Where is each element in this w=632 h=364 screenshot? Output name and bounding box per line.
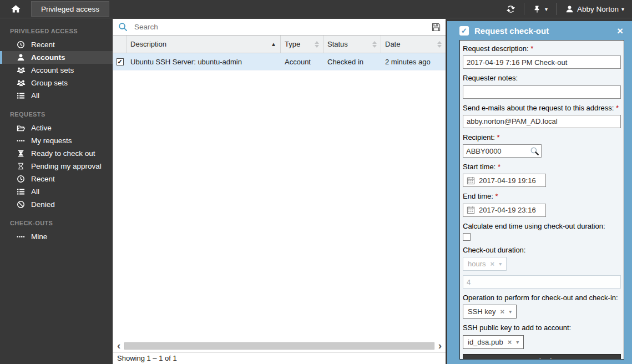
sidebar-item-my-requests[interactable]: My requests (0, 134, 113, 147)
table-header: Description ▲ Type Status Date (113, 36, 446, 53)
topbar-separator (556, 3, 557, 15)
tab-label: Privileged access (41, 5, 99, 13)
sort-ascending-icon: ▲ (271, 41, 276, 47)
end-time-value: 2017-04-19 23:16 (479, 206, 536, 214)
sidebar-item-denied[interactable]: Denied (0, 198, 113, 211)
dots-icon (16, 136, 26, 145)
user-icon (16, 53, 26, 62)
users-icon (16, 79, 26, 87)
field-start-time: Start time: * 2017-04-19 19:16 (463, 163, 621, 187)
sidebar-item-account-sets[interactable]: Account sets (0, 64, 113, 77)
field-email: Send e-mails about the request to this a… (463, 104, 621, 128)
row-count-text: Showing 1 – 1 of 1 (117, 354, 177, 362)
sidebar-item-group-sets[interactable]: Group sets (0, 77, 113, 89)
duration-unit-value: hours (468, 260, 486, 268)
column-header-status[interactable]: Status (323, 36, 381, 53)
field-label: Check-out duration: (463, 246, 525, 254)
home-button[interactable] (0, 4, 31, 14)
sidebar-item-label: Active (31, 124, 52, 132)
sidebar-item-recent-requests[interactable]: Recent (0, 173, 113, 185)
pin-menu-button[interactable]: ▾ (529, 5, 551, 13)
duration-amount-input (463, 275, 621, 289)
sort-icon (315, 41, 319, 48)
column-header-select[interactable] (113, 36, 127, 53)
calendar-icon (466, 176, 476, 185)
sidebar-item-active[interactable]: Active (0, 122, 113, 134)
cell-description: Ubuntu SSH Server: ubuntu-admin (127, 58, 281, 66)
dots-icon (16, 232, 26, 241)
sidebar-item-accounts[interactable]: Accounts (0, 51, 113, 64)
table-empty-area (113, 70, 446, 340)
request-description-input[interactable] (463, 55, 621, 69)
cell-date: 2 minutes ago (381, 58, 446, 66)
required-mark: * (530, 44, 533, 53)
save-icon[interactable] (431, 23, 441, 32)
column-label: Date (385, 40, 400, 48)
lookup-magnifier-icon[interactable] (530, 146, 539, 156)
column-label: Status (327, 40, 348, 48)
column-header-date[interactable]: Date (381, 36, 446, 53)
sidebar-item-label: My requests (31, 136, 72, 145)
field-label: Operation to perform for check-out and c… (463, 294, 618, 302)
ssh-key-value: id_dsa.pub (468, 338, 503, 346)
section-title-check-outs: CHECK-OUTS (0, 211, 113, 230)
search-bar (113, 19, 446, 36)
ssh-key-select[interactable]: id_dsa.pub × ▾ (463, 335, 524, 349)
sidebar-item-label: Mine (31, 232, 47, 241)
list-icon (16, 188, 26, 196)
sidebar-item-label: Recent (31, 175, 55, 183)
field-ssh-public-key: SSH public key to add to account: id_dsa… (463, 323, 621, 348)
field-label: SSH public key to add to account: (463, 323, 571, 332)
sidebar-item-label: All (31, 188, 39, 196)
sidebar-item-all-requests[interactable]: All (0, 185, 113, 198)
sidebar-item-label: Accounts (31, 53, 65, 62)
accounts-list-pane: Description ▲ Type Status Date ✓ Ubuntu … (113, 19, 446, 364)
email-input[interactable] (463, 115, 621, 128)
clear-icon[interactable]: × (508, 338, 512, 346)
field-calc-end-time: Calculate end time using check-out durat… (463, 222, 621, 241)
sidebar-item-pending-my-approval[interactable]: Pending my approval (0, 160, 113, 173)
scroll-right-arrow-icon[interactable]: › (438, 341, 442, 350)
operation-select[interactable]: SSH key × ▾ (463, 305, 517, 318)
hourglass-filled-icon (16, 149, 26, 158)
caret-down-icon: ▾ (509, 309, 512, 315)
sidebar-item-recent[interactable]: Recent (0, 38, 113, 51)
field-label: Calculate end time using check-out durat… (463, 222, 605, 230)
sidebar-item-ready-to-check-out[interactable]: Ready to check out (0, 147, 113, 160)
search-input[interactable] (133, 22, 426, 32)
check-icon: ✓ (117, 58, 122, 65)
requester-notes-input[interactable] (463, 85, 621, 99)
cell-status: Checked in (323, 58, 381, 66)
user-menu-button[interactable]: Abby Norton ▾ (562, 5, 628, 13)
panel-title: Request check-out (474, 26, 617, 36)
caret-down-icon: ▾ (621, 6, 624, 12)
clear-icon[interactable]: × (500, 307, 505, 316)
column-label: Type (285, 40, 300, 48)
field-end-time: End time: * 2017-04-19 23:16 (463, 192, 621, 216)
scroll-left-arrow-icon[interactable]: ‹ (117, 341, 120, 350)
recipient-input[interactable] (463, 147, 530, 155)
start-time-input[interactable]: 2017-04-19 19:16 (463, 174, 546, 187)
hourglass-icon (16, 162, 26, 170)
sidebar-item-mine[interactable]: Mine (0, 230, 113, 243)
close-icon[interactable]: × (617, 26, 623, 36)
row-checkbox[interactable]: ✓ (117, 58, 124, 65)
column-header-description[interactable]: Description ▲ (127, 36, 281, 53)
search-icon (118, 22, 128, 32)
list-icon (16, 92, 26, 100)
refresh-button[interactable] (503, 4, 519, 14)
calc-end-time-checkbox[interactable] (463, 233, 471, 241)
tab-privileged-access[interactable]: Privileged access (31, 1, 109, 17)
scrollbar-track[interactable] (124, 342, 434, 350)
clock-icon (16, 41, 26, 49)
duration-unit-select: hours × ▾ (463, 257, 507, 271)
submit-button[interactable]: Submit (463, 354, 621, 360)
users-icon (16, 66, 26, 74)
sidebar-item-all-accounts[interactable]: All (0, 89, 113, 102)
column-header-type[interactable]: Type (281, 36, 323, 53)
table-row[interactable]: ✓ Ubuntu SSH Server: ubuntu-admin Accoun… (113, 53, 446, 70)
home-icon (11, 4, 21, 14)
end-time-input[interactable]: 2017-04-19 23:16 (463, 204, 546, 217)
required-mark: * (616, 104, 619, 112)
field-operation: Operation to perform for check-out and c… (463, 294, 621, 318)
